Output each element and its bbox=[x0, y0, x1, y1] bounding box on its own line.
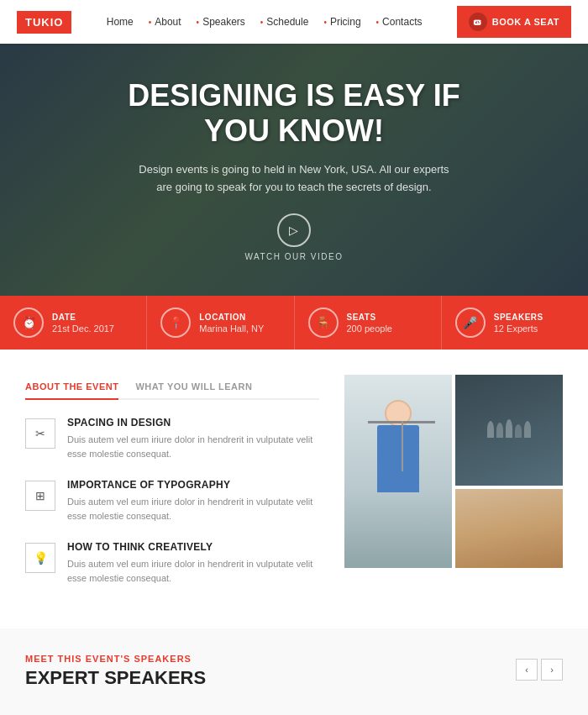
about-item-typography: ⊞ IMPORTANCE OF TYPOGRAPHY Duis autem ve… bbox=[25, 479, 319, 523]
stat-seats-label: SEATS bbox=[347, 313, 392, 322]
tab-about-event[interactable]: ABOUT THE EVENT bbox=[25, 375, 118, 400]
watch-label: WATCH OUR VIDEO bbox=[245, 252, 344, 261]
about-item-spacing: ✂ SPACING IN DESIGN Duis autem vel eum i… bbox=[25, 417, 319, 460]
ticket-icon: 🎟 bbox=[469, 13, 487, 31]
stat-location-label: LOCATION bbox=[199, 313, 264, 322]
carousel-prev-button[interactable]: ‹ bbox=[516, 659, 538, 681]
speakers-section: MEET THIS EVENT'S SPEAKERS EXPERT SPEAKE… bbox=[0, 628, 588, 715]
watch-video-button[interactable]: ▷ WATCH OUR VIDEO bbox=[128, 213, 459, 261]
image-grid bbox=[344, 375, 563, 568]
stat-location: 📍 LOCATION Marina Hall, NY bbox=[147, 296, 294, 350]
speakers-eyebrow: MEET THIS EVENT'S SPEAKERS bbox=[25, 654, 206, 664]
nav-about[interactable]: About bbox=[149, 16, 181, 28]
speakers-header: MEET THIS EVENT'S SPEAKERS EXPERT SPEAKE… bbox=[25, 654, 563, 706]
about-images bbox=[344, 375, 563, 603]
about-item-creative: 💡 HOW TO THINK CREATIVELY Duis autem vel… bbox=[25, 541, 319, 585]
nav-contacts[interactable]: Contacts bbox=[376, 16, 423, 28]
logo: TUKIO bbox=[17, 11, 71, 34]
clock-icon: ⏰ bbox=[13, 308, 44, 338]
nav-pricing[interactable]: Pricing bbox=[323, 16, 360, 28]
hero-section: DESIGNING IS EASY IF YOU KNOW! Design ev… bbox=[0, 44, 588, 296]
book-seat-button[interactable]: 🎟 BOOK A SEAT bbox=[457, 6, 571, 38]
stats-bar: ⏰ DATE 21st Dec. 2017 📍 LOCATION Marina … bbox=[0, 296, 588, 350]
nav-speakers[interactable]: Speakers bbox=[197, 16, 245, 28]
about-left: ABOUT THE EVENT WHAT YOU WILL LEARN ✂ SP… bbox=[25, 375, 319, 603]
about-item-title-2: HOW TO THINK CREATIVELY bbox=[67, 541, 319, 553]
about-item-text-2: Duis autem vel eum iriure dolor in hendr… bbox=[67, 557, 319, 585]
tab-what-you-learn[interactable]: WHAT YOU WILL LEARN bbox=[135, 375, 252, 398]
stat-seats: 🪑 SEATS 200 people bbox=[295, 296, 442, 350]
navbar: TUKIO Home About Speakers Schedule Prici… bbox=[0, 0, 588, 44]
about-item-title-1: IMPORTANCE OF TYPOGRAPHY bbox=[67, 479, 319, 491]
scissors-icon: ✂ bbox=[25, 418, 55, 449]
stat-location-value: Marina Hall, NY bbox=[199, 323, 264, 334]
hero-title: DESIGNING IS EASY IF YOU KNOW! bbox=[128, 78, 459, 148]
nav-schedule[interactable]: Schedule bbox=[260, 16, 309, 28]
stat-seats-value: 200 people bbox=[347, 323, 392, 334]
stat-date-value: 21st Dec. 2017 bbox=[52, 323, 114, 334]
carousel-buttons: ‹ › bbox=[516, 659, 563, 681]
about-tabs: ABOUT THE EVENT WHAT YOU WILL LEARN bbox=[25, 375, 319, 400]
stat-date: ⏰ DATE 21st Dec. 2017 bbox=[0, 296, 147, 350]
stat-speakers: 🎤 SPEAKERS 12 Experts bbox=[442, 296, 588, 350]
lightbulb-icon: 💡 bbox=[25, 543, 55, 573]
about-section: ABOUT THE EVENT WHAT YOU WILL LEARN ✂ SP… bbox=[0, 350, 588, 628]
location-icon: 📍 bbox=[160, 308, 191, 338]
stat-speakers-label: SPEAKERS bbox=[494, 313, 543, 322]
about-item-text-0: Duis autem vel eum iriure dolor in hendr… bbox=[67, 433, 319, 460]
audience-image bbox=[455, 375, 563, 486]
stat-date-label: DATE bbox=[52, 313, 114, 322]
speakers-title: EXPERT SPEAKERS bbox=[25, 667, 206, 689]
about-item-title-0: SPACING IN DESIGN bbox=[67, 417, 319, 428]
about-item-text-1: Duis autem vel eum iriure dolor in hendr… bbox=[67, 495, 319, 523]
seat-icon: 🪑 bbox=[308, 308, 339, 338]
play-icon: ▷ bbox=[277, 213, 311, 247]
presenter-image bbox=[344, 375, 452, 568]
nav-links: Home About Speakers Schedule Pricing Con… bbox=[107, 16, 423, 28]
nav-home[interactable]: Home bbox=[107, 16, 134, 28]
microphone-icon: 🎤 bbox=[455, 308, 486, 338]
stat-speakers-value: 12 Experts bbox=[494, 323, 543, 334]
hero-subtitle: Design events is going to held in New Yo… bbox=[134, 161, 454, 197]
grid-icon: ⊞ bbox=[25, 481, 55, 511]
carousel-next-button[interactable]: › bbox=[541, 659, 563, 681]
hall-image bbox=[455, 489, 563, 568]
